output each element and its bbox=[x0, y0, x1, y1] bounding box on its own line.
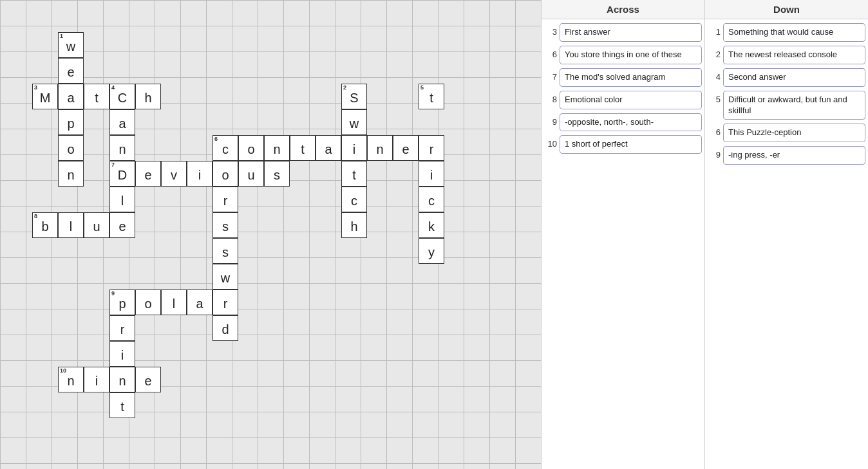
clue-text-box[interactable]: -opposite, north-, south- bbox=[560, 113, 702, 132]
clue-text-box[interactable]: The mod's solved anagram bbox=[560, 68, 702, 87]
clue-number-label: 6 bbox=[708, 124, 721, 137]
crossword-cell[interactable]: a bbox=[316, 135, 341, 161]
crossword-cell[interactable]: s bbox=[212, 212, 238, 238]
cell-letter: i bbox=[198, 168, 201, 183]
crossword-cell[interactable]: l bbox=[161, 290, 187, 315]
cell-clue-number: 5 bbox=[420, 85, 424, 91]
crossword-cell[interactable]: h bbox=[341, 212, 367, 238]
cell-letter: D bbox=[118, 168, 127, 183]
crossword-cell[interactable]: k bbox=[419, 212, 444, 238]
crossword-cell[interactable]: 7D bbox=[109, 161, 135, 187]
crossword-cell[interactable]: a bbox=[187, 290, 212, 315]
crossword-cell[interactable]: r bbox=[212, 290, 238, 315]
crossword-cell[interactable]: o bbox=[238, 135, 264, 161]
clue-text-box[interactable]: Second answer bbox=[723, 68, 865, 87]
crossword-cell[interactable]: 4C bbox=[109, 84, 135, 109]
crossword-cell[interactable]: 2S bbox=[341, 84, 367, 109]
crossword-cell[interactable]: e bbox=[393, 135, 419, 161]
crossword-cell[interactable]: t bbox=[109, 392, 135, 418]
crossword-cell[interactable]: n bbox=[367, 135, 393, 161]
clue-item[interactable]: 9-ing press, -er bbox=[708, 146, 865, 165]
crossword-cell[interactable]: e bbox=[58, 58, 84, 84]
crossword-cell[interactable]: u bbox=[84, 212, 109, 238]
crossword-cell[interactable]: t bbox=[84, 84, 109, 109]
clue-text-box[interactable]: First answer bbox=[560, 23, 702, 42]
crossword-cell[interactable]: e bbox=[109, 212, 135, 238]
crossword-cell[interactable]: n bbox=[58, 161, 84, 187]
crossword-cell[interactable]: y bbox=[419, 238, 444, 264]
clue-text-box[interactable]: Difficult or awkward, but fun and skillf… bbox=[723, 91, 865, 120]
cell-letter: n bbox=[376, 142, 383, 157]
crossword-cell[interactable]: t bbox=[290, 135, 316, 161]
crossword-cell[interactable]: 1w bbox=[58, 32, 84, 58]
crossword-panel: 1we3Mat4Ch2Sw5tponan6container7Deviouslr… bbox=[0, 0, 541, 469]
clue-item[interactable]: 6You store things in one of these bbox=[544, 46, 702, 64]
clue-text-box[interactable]: You store things in one of these bbox=[560, 46, 702, 64]
crossword-cell[interactable]: i bbox=[109, 341, 135, 367]
crossword-cell[interactable]: w bbox=[212, 264, 238, 290]
crossword-cell[interactable]: r bbox=[212, 187, 238, 212]
crossword-cell[interactable]: w bbox=[341, 109, 367, 135]
crossword-cell[interactable]: c bbox=[419, 187, 444, 212]
crossword-cell[interactable]: d bbox=[212, 315, 238, 341]
clue-item[interactable]: 101 short of perfect bbox=[544, 135, 702, 154]
crossword-cell[interactable]: r bbox=[419, 135, 444, 161]
crossword-cell[interactable]: l bbox=[58, 212, 84, 238]
clue-item[interactable]: 2The newest released console bbox=[708, 46, 865, 64]
crossword-cell[interactable]: i bbox=[84, 367, 109, 392]
clue-number-label: 9 bbox=[708, 146, 721, 160]
crossword-cell[interactable]: h bbox=[135, 84, 161, 109]
clue-text-box[interactable]: Something that would cause bbox=[723, 23, 865, 42]
crossword-cell[interactable]: 9p bbox=[109, 290, 135, 315]
clue-item[interactable]: 3First answer bbox=[544, 23, 702, 42]
grid-container[interactable]: 1we3Mat4Ch2Sw5tponan6container7Deviouslr… bbox=[0, 0, 541, 469]
clue-text-box[interactable]: 1 short of perfect bbox=[560, 135, 702, 154]
crossword-cell[interactable]: c bbox=[341, 187, 367, 212]
cell-letter: l bbox=[121, 194, 124, 208]
clue-item[interactable]: 4Second answer bbox=[708, 68, 865, 87]
crossword-cell[interactable]: a bbox=[58, 84, 84, 109]
crossword-cell[interactable]: o bbox=[135, 290, 161, 315]
crossword-cell[interactable]: e bbox=[135, 367, 161, 392]
crossword-cell[interactable]: n bbox=[109, 367, 135, 392]
crossword-cell[interactable]: 6c bbox=[212, 135, 238, 161]
crossword-cell[interactable]: a bbox=[109, 109, 135, 135]
crossword-cell[interactable]: 10n bbox=[58, 367, 84, 392]
clue-item[interactable]: 8Emotional color bbox=[544, 91, 702, 109]
clue-text-box[interactable]: The newest released console bbox=[723, 46, 865, 64]
clue-item[interactable]: 9-opposite, north-, south- bbox=[544, 113, 702, 132]
cell-letter: c bbox=[428, 194, 435, 208]
cell-letter: p bbox=[118, 297, 126, 311]
cell-clue-number: 10 bbox=[60, 368, 66, 374]
clue-item[interactable]: 1Something that would cause bbox=[708, 23, 865, 42]
across-column: 3First answer6You store things in one of… bbox=[542, 19, 705, 469]
crossword-cell[interactable]: 3M bbox=[32, 84, 58, 109]
crossword-cell[interactable]: s bbox=[264, 161, 290, 187]
crossword-cell[interactable]: n bbox=[109, 135, 135, 161]
clue-text-box[interactable]: -ing press, -er bbox=[723, 146, 865, 165]
cell-letter: r bbox=[429, 142, 434, 157]
crossword-cell[interactable]: o bbox=[212, 161, 238, 187]
crossword-cell[interactable]: i bbox=[341, 135, 367, 161]
crossword-cell[interactable]: t bbox=[341, 161, 367, 187]
crossword-cell[interactable]: v bbox=[161, 161, 187, 187]
crossword-cell[interactable]: i bbox=[419, 161, 444, 187]
clue-item[interactable]: 6This Puzzle-ception bbox=[708, 124, 865, 142]
crossword-cell[interactable]: p bbox=[58, 109, 84, 135]
clue-text-box[interactable]: This Puzzle-ception bbox=[723, 124, 865, 142]
cell-letter: o bbox=[144, 297, 151, 311]
clue-item[interactable]: 7The mod's solved anagram bbox=[544, 68, 702, 87]
clue-number-label: 10 bbox=[544, 135, 557, 149]
crossword-cell[interactable]: 5t bbox=[419, 84, 444, 109]
crossword-cell[interactable]: l bbox=[109, 187, 135, 212]
clue-text-box[interactable]: Emotional color bbox=[560, 91, 702, 109]
crossword-cell[interactable]: o bbox=[58, 135, 84, 161]
crossword-cell[interactable]: e bbox=[135, 161, 161, 187]
crossword-cell[interactable]: u bbox=[238, 161, 264, 187]
crossword-cell[interactable]: 8b bbox=[32, 212, 58, 238]
crossword-cell[interactable]: n bbox=[264, 135, 290, 161]
crossword-cell[interactable]: s bbox=[212, 238, 238, 264]
crossword-cell[interactable]: r bbox=[109, 315, 135, 341]
crossword-cell[interactable]: i bbox=[187, 161, 212, 187]
clue-item[interactable]: 5Difficult or awkward, but fun and skill… bbox=[708, 91, 865, 120]
